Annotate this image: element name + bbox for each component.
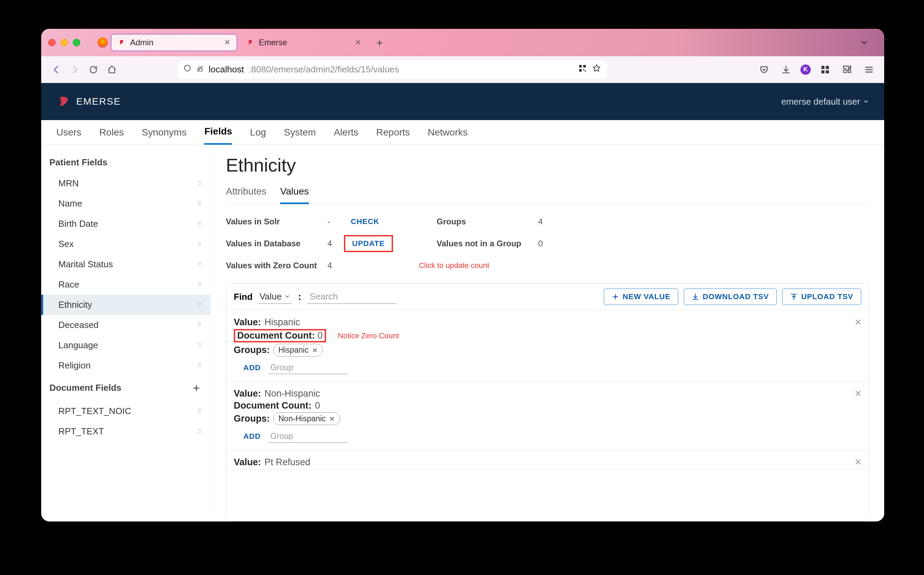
sidebar-item-ethnicity[interactable]: Ethnicity⠿: [41, 295, 210, 315]
hamburger-menu-icon[interactable]: [862, 62, 876, 77]
sidebar-item-sex[interactable]: Sex⠿: [41, 234, 210, 254]
app-logo[interactable]: EMERSE: [56, 95, 121, 108]
main-content: Ethnicity AttributesValues Values in Sol…: [211, 145, 884, 521]
new-value-button[interactable]: NEW VALUE: [604, 289, 678, 305]
reload-button[interactable]: [86, 62, 101, 77]
remove-value-icon[interactable]: ✕: [854, 388, 862, 399]
group-chip-label: Non-Hispanic: [278, 414, 326, 423]
sidebar-item-marital-status[interactable]: Marital Status⠿: [41, 254, 210, 275]
nav-tab-system[interactable]: System: [284, 121, 316, 144]
add-group-input[interactable]: [269, 361, 347, 374]
remove-value-icon[interactable]: ✕: [854, 317, 862, 328]
drag-handle-icon[interactable]: ⠿: [197, 200, 202, 207]
drag-handle-icon[interactable]: ⠿: [197, 362, 202, 369]
remove-chip-icon[interactable]: ✕: [312, 346, 318, 354]
upload-tsv-button[interactable]: UPLOAD TSV: [782, 289, 861, 305]
home-button[interactable]: [104, 62, 119, 77]
stat-action-button[interactable]: CHECK: [344, 214, 386, 229]
groups-key-label: Groups:: [234, 413, 270, 424]
find-bar: Find Value : NEW VALUE DOWNLOAD TSV: [226, 284, 869, 310]
sidebar-item-deceased[interactable]: Deceased⠿: [41, 315, 210, 335]
user-menu[interactable]: emerse default user: [781, 97, 869, 107]
remove-chip-icon[interactable]: ✕: [329, 415, 335, 423]
page-title: Ethnicity: [226, 154, 869, 176]
tab-title: Emerse: [259, 38, 287, 47]
drag-handle-icon[interactable]: ⠿: [197, 180, 202, 187]
add-group-input[interactable]: [269, 430, 347, 443]
nav-tab-log[interactable]: Log: [250, 121, 266, 144]
add-group-button[interactable]: ADD: [243, 432, 261, 441]
tabs-dropdown-icon[interactable]: [857, 35, 872, 50]
drag-handle-icon[interactable]: ⠿: [197, 428, 202, 435]
value-name: Pt Refused: [265, 457, 311, 468]
nav-tab-synonyms[interactable]: Synonyms: [142, 121, 187, 144]
nav-tab-alerts[interactable]: Alerts: [334, 121, 358, 144]
nav-tab-fields[interactable]: Fields: [204, 120, 232, 145]
stat-value: 4: [538, 217, 555, 226]
sidebar-section-label: Document Fields: [49, 383, 121, 393]
nav-tab-reports[interactable]: Reports: [376, 121, 410, 144]
drag-handle-icon[interactable]: ⠿: [197, 281, 202, 288]
stat-label: Values with Zero Count: [226, 261, 328, 270]
new-tab-button[interactable]: ＋: [373, 36, 386, 49]
extension-k-badge[interactable]: K: [800, 65, 811, 75]
window-zoom-dot[interactable]: [73, 39, 80, 46]
browser-tab-emerse[interactable]: Emerse ✕: [240, 33, 367, 51]
drag-handle-icon[interactable]: ⠿: [197, 408, 202, 415]
group-chip[interactable]: Non-Hispanic✕: [273, 412, 340, 425]
download-icon: [692, 293, 699, 300]
plus-icon: [612, 293, 619, 300]
add-field-icon[interactable]: ＋: [191, 380, 202, 396]
extensions-icon[interactable]: [817, 62, 833, 77]
bookmark-star-icon[interactable]: [592, 64, 601, 75]
tab-close-icon[interactable]: ✕: [224, 38, 230, 47]
puzzle-icon[interactable]: [840, 62, 855, 77]
stat-label: Values in Solr: [226, 217, 328, 226]
sidebar-item-language[interactable]: Language⠿: [41, 335, 210, 356]
sidebar-item-name[interactable]: Name⠿: [41, 194, 210, 214]
qr-icon[interactable]: [578, 64, 587, 75]
value-name: Hispanic: [265, 317, 301, 328]
sidebar-item-mrn[interactable]: MRN⠿: [41, 173, 210, 194]
groups-key-label: Groups:: [234, 345, 270, 356]
subtab-attributes[interactable]: Attributes: [226, 183, 266, 204]
sidebar-item-rpt-text-noic[interactable]: RPT_TEXT_NOIC⠿: [41, 401, 210, 421]
sidebar-section-document-fields: Document Fields＋: [41, 376, 210, 401]
downloads-icon[interactable]: [778, 62, 794, 77]
drag-handle-icon[interactable]: ⠿: [197, 261, 202, 268]
download-tsv-button[interactable]: DOWNLOAD TSV: [684, 289, 777, 305]
drag-handle-icon[interactable]: ⠿: [197, 322, 202, 328]
drag-handle-icon[interactable]: ⠿: [197, 221, 202, 227]
sidebar-item-race[interactable]: Race⠿: [41, 275, 210, 295]
back-button[interactable]: [49, 62, 64, 77]
find-search-input[interactable]: [307, 290, 397, 304]
svg-rect-4: [579, 69, 582, 72]
url-host: localhost: [209, 64, 244, 75]
url-bar[interactable]: localhost:8080/emerse/admin2/fields/15/v…: [178, 60, 607, 79]
subtab-values[interactable]: Values: [280, 183, 309, 204]
sidebar-item-label: Name: [58, 198, 82, 209]
browser-tab-admin[interactable]: Admin ✕: [111, 33, 237, 51]
stats-row: Values in Solr-CHECKGroups4: [226, 211, 869, 233]
window-minimize-dot[interactable]: [60, 39, 68, 46]
add-group-button[interactable]: ADD: [243, 363, 261, 372]
drag-handle-icon[interactable]: ⠿: [197, 342, 202, 349]
subtabs: AttributesValues: [226, 183, 869, 205]
group-chip[interactable]: Hispanic✕: [273, 344, 323, 356]
drag-handle-icon[interactable]: ⠿: [197, 302, 202, 308]
sidebar-item-birth-date[interactable]: Birth Date⠿: [41, 214, 210, 234]
find-label: Find: [234, 292, 253, 302]
sidebar-item-religion[interactable]: Religion⠿: [41, 356, 210, 376]
sidebar-item-rpt-text[interactable]: RPT_TEXT⠿: [41, 421, 210, 442]
remove-value-icon[interactable]: ✕: [854, 457, 862, 468]
tab-close-icon[interactable]: ✕: [355, 38, 361, 47]
drag-handle-icon[interactable]: ⠿: [197, 241, 202, 247]
nav-tab-users[interactable]: Users: [56, 121, 81, 144]
nav-tab-networks[interactable]: Networks: [428, 121, 468, 144]
find-mode-dropdown[interactable]: Value: [258, 290, 292, 304]
doc-count-value: 0: [318, 330, 323, 341]
stat-action-button[interactable]: UPDATE: [344, 235, 393, 252]
pocket-icon[interactable]: [757, 62, 771, 77]
window-close-dot[interactable]: [48, 39, 56, 46]
nav-tab-roles[interactable]: Roles: [99, 121, 124, 144]
